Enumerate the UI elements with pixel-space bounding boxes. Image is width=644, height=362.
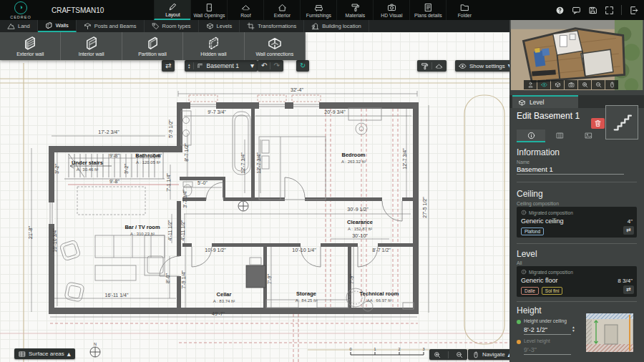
dimension-label: 8'-0" [165,273,170,283]
floor-composition-card[interactable]: Migrated composition Generic floor8 3/4"… [517,266,637,297]
preview-cube-button[interactable] [551,80,564,89]
zoom-out-button[interactable] [452,351,467,358]
tool-wall-connections[interactable]: Wall connections [245,32,306,60]
subtab-info[interactable] [517,129,545,142]
height-stepper[interactable]: ▴▾ [572,326,575,333]
dimension-label: 30'-9 1/2" [347,207,369,212]
ribbon-item-building-location[interactable]: Building location [304,20,369,32]
walls-ribbon: LandWallsPosts and BeamsRoom typesLevels… [0,20,509,32]
menu-item-roof[interactable]: Roof [227,0,263,20]
subtab-columns[interactable] [545,129,574,141]
height-under-ceiling-label: Height under ceiling [524,318,567,323]
room-name: Cellar [217,291,232,298]
dimension-label: 20'-9 3/4" [324,109,346,114]
comment-button[interactable] [572,6,581,15]
all-label: All [517,260,522,265]
info-icon [527,132,535,140]
level-selector[interactable]: ▴▾ Basement 1 ▾ [185,60,258,72]
chevron-down-icon: ▾ [250,62,254,69]
subtab-photo[interactable] [574,129,602,141]
name-input[interactable] [517,165,624,175]
wall-tools-bar: Exterior wallInterior wallPartition wall… [0,32,306,60]
show-settings-button[interactable]: Show settings ▾ [455,60,515,72]
refresh-button[interactable]: ↻ [296,60,309,72]
columns-icon [556,132,564,140]
level-stepper[interactable]: ▴▾ [188,63,190,69]
wall3d-icon [45,21,53,29]
dimension-label: 9'-7 3/4" [208,109,226,114]
preview-eye-button[interactable] [537,80,550,89]
corner-icon [197,62,204,69]
menu-item-hd-visual[interactable]: HD Visual [373,0,409,20]
preview-magm-button[interactable] [592,80,605,89]
ceiling-composition-card[interactable]: Migrated composition Generic ceiling4" P… [517,207,637,238]
room-area: A : 84.25 ft² [296,298,318,303]
preview-magp-button[interactable] [578,80,591,89]
magp-icon [434,351,441,358]
menu-item-plans-details[interactable]: Plans details [409,0,446,20]
delete-level-button[interactable] [591,118,605,129]
roof-icon [435,62,443,70]
save-button[interactable] [588,6,597,15]
surface-areas-button[interactable]: Surface areas ▴ [14,348,75,359]
navigate-button[interactable]: Navigate ▴ [468,349,516,360]
ribbon-item-levels[interactable]: Levels [199,20,240,32]
migrated-icon [521,210,527,215]
zoom-in-button[interactable] [429,351,445,358]
cube-icon [518,99,526,107]
panel-title: Edit Basement 1 [517,111,580,121]
panel-sub-tabs [517,129,602,142]
help-button[interactable] [555,6,565,15]
wallex-icon [23,36,37,50]
stairs-thumbnail[interactable] [605,105,638,140]
height-under-ceiling-value[interactable]: 8'-2 1/2" [524,326,571,335]
floor-item-value: 8 3/4" [618,278,633,284]
menu-item-folder[interactable]: Folder [446,0,482,20]
menu-item-layout[interactable]: Layout [154,0,190,20]
swap-composition-button[interactable]: ⇄ [623,285,634,294]
ribbon-item-walls[interactable]: Walls [38,20,77,32]
ribbon-item-posts-and-beams[interactable]: Posts and Beams [77,20,145,32]
menu-item-furnishings[interactable]: Furnishings [300,0,336,20]
room-area: A : 30.46 ft² [77,167,99,172]
ribbon-item-transformations[interactable]: Transformations [240,20,304,32]
pencil-icon [168,2,177,11]
preview-person-button[interactable] [524,80,537,89]
ribbon-item-room-types[interactable]: Room types [145,20,199,32]
room-name: Under stairs [72,160,103,166]
dimension-label: 3'-2" [124,164,129,174]
preview-camera-button[interactable] [565,80,577,89]
dimension-label: 7'-9" [267,274,272,284]
eye-icon [541,82,547,88]
exit-button[interactable] [629,6,638,15]
tool-hidden-wall[interactable]: Hidden wall [183,32,244,60]
cedreo-logo[interactable]: ◑ CEDREO [0,0,42,20]
menu-item-exterior[interactable]: Exterior [263,0,300,20]
level-height-dot [517,340,521,344]
undo-button[interactable]: ↶ [261,62,267,69]
tool-interior-wall[interactable]: Interior wall [61,32,122,60]
dimension-label: 16'-10 3/4" [52,228,57,253]
room-area: AA : 66.97 ft² [367,298,392,303]
save-icon [588,6,597,15]
roof-slope-button[interactable] [435,62,443,70]
scale-tick-label: 0 [349,347,351,351]
ceiling-composition-label: Ceiling composition [517,201,559,206]
move-handle[interactable] [238,201,248,211]
swap-composition-button[interactable]: ⇄ [623,226,634,235]
mouse-icon [472,351,479,358]
switch-view-button[interactable]: ⇄ [162,60,175,72]
paint-roller-button[interactable] [421,62,429,70]
preview-mouse-button[interactable] [605,80,618,89]
ribbon-item-land[interactable]: Land [0,20,38,32]
menu-item-materials[interactable]: Materials [336,0,373,20]
redo-button[interactable]: ↷ [273,62,279,69]
dimension-label: 4'-11 1/2" [180,220,185,241]
expand-button[interactable] [605,6,614,15]
tool-partition-wall[interactable]: Partition wall [122,32,183,60]
dimension-label: 21'-8" [28,226,33,239]
tab-level[interactable]: Level [512,95,578,108]
menu-item-wall-openings[interactable]: Wall Openings [190,0,227,20]
tool-exterior-wall[interactable]: Exterior wall [0,32,61,60]
dimension-label: 5'-9 1/2" [168,119,173,138]
